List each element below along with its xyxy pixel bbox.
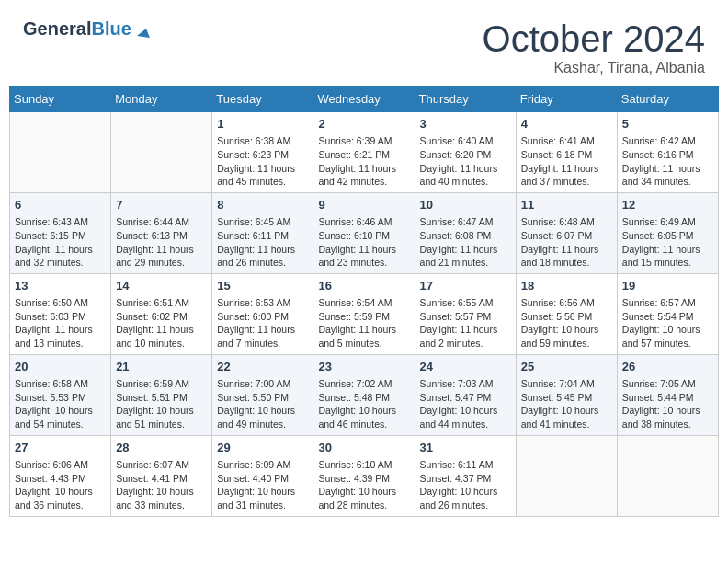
calendar-week-row: 1Sunrise: 6:38 AMSunset: 6:23 PMDaylight… (10, 112, 719, 193)
day-number: 4 (521, 116, 612, 132)
day-number: 10 (420, 197, 511, 213)
day-info: Sunrise: 6:58 AMSunset: 5:53 PMDaylight:… (15, 377, 106, 431)
day-info: Sunrise: 6:43 AMSunset: 6:15 PMDaylight:… (15, 215, 106, 270)
calendar-day: 21Sunrise: 6:59 AMSunset: 5:51 PMDayligh… (111, 354, 212, 435)
weekday-sunday: Sunday (10, 86, 111, 112)
calendar-week-row: 13Sunrise: 6:50 AMSunset: 6:03 PMDayligh… (10, 273, 719, 354)
month-title: October 2024 (483, 18, 705, 60)
calendar-day: 26Sunrise: 7:05 AMSunset: 5:44 PMDayligh… (617, 354, 718, 435)
calendar-day: 16Sunrise: 6:54 AMSunset: 5:59 PMDayligh… (313, 273, 415, 354)
weekday-friday: Friday (516, 86, 617, 112)
day-number: 11 (521, 197, 612, 213)
calendar-day: 19Sunrise: 6:57 AMSunset: 5:54 PMDayligh… (617, 273, 718, 354)
calendar-day: 25Sunrise: 7:04 AMSunset: 5:45 PMDayligh… (516, 354, 617, 435)
day-info: Sunrise: 6:41 AMSunset: 6:18 PMDaylight:… (521, 134, 612, 189)
day-number: 28 (116, 440, 207, 456)
day-info: Sunrise: 6:59 AMSunset: 5:51 PMDaylight:… (116, 377, 207, 431)
calendar-day (111, 112, 212, 193)
day-number: 22 (217, 359, 308, 375)
calendar-day: 10Sunrise: 6:47 AMSunset: 6:08 PMDayligh… (415, 192, 516, 273)
calendar-day: 17Sunrise: 6:55 AMSunset: 5:57 PMDayligh… (415, 273, 516, 354)
calendar-day: 12Sunrise: 6:49 AMSunset: 6:05 PMDayligh… (617, 192, 718, 273)
logo-general-text: General (23, 18, 91, 40)
calendar-day: 2Sunrise: 6:39 AMSunset: 6:21 PMDaylight… (313, 112, 415, 193)
location-title: Kashar, Tirana, Albania (483, 60, 705, 76)
weekday-wednesday: Wednesday (313, 86, 415, 112)
calendar-day (516, 435, 617, 516)
day-number: 7 (116, 197, 207, 213)
day-number: 24 (420, 359, 511, 375)
calendar-day: 8Sunrise: 6:45 AMSunset: 6:11 PMDaylight… (212, 192, 313, 273)
day-info: Sunrise: 6:47 AMSunset: 6:08 PMDaylight:… (420, 215, 511, 270)
calendar-week-row: 6Sunrise: 6:43 AMSunset: 6:15 PMDaylight… (10, 192, 719, 273)
calendar-day: 9Sunrise: 6:46 AMSunset: 6:10 PMDaylight… (313, 192, 415, 273)
calendar-day: 5Sunrise: 6:42 AMSunset: 6:16 PMDaylight… (617, 112, 718, 193)
day-info: Sunrise: 6:51 AMSunset: 6:02 PMDaylight:… (116, 296, 207, 350)
calendar-day (617, 435, 718, 516)
day-number: 8 (217, 197, 308, 213)
day-number: 15 (217, 278, 308, 294)
weekday-thursday: Thursday (415, 86, 516, 112)
day-info: Sunrise: 6:39 AMSunset: 6:21 PMDaylight:… (318, 134, 409, 189)
calendar-day: 13Sunrise: 6:50 AMSunset: 6:03 PMDayligh… (10, 273, 111, 354)
weekday-tuesday: Tuesday (212, 86, 313, 112)
calendar-day: 14Sunrise: 6:51 AMSunset: 6:02 PMDayligh… (111, 273, 212, 354)
day-info: Sunrise: 6:46 AMSunset: 6:10 PMDaylight:… (318, 215, 409, 270)
day-info: Sunrise: 7:00 AMSunset: 5:50 PMDaylight:… (217, 377, 308, 431)
day-number: 2 (318, 116, 409, 132)
day-number: 9 (318, 197, 409, 213)
calendar-day: 4Sunrise: 6:41 AMSunset: 6:18 PMDaylight… (516, 112, 617, 193)
calendar-day: 20Sunrise: 6:58 AMSunset: 5:53 PMDayligh… (10, 354, 111, 435)
day-info: Sunrise: 6:10 AMSunset: 4:39 PMDaylight:… (318, 458, 409, 512)
day-info: Sunrise: 7:05 AMSunset: 5:44 PMDaylight:… (622, 377, 713, 431)
day-number: 18 (521, 278, 612, 294)
calendar-day: 3Sunrise: 6:40 AMSunset: 6:20 PMDaylight… (415, 112, 516, 193)
title-block: October 2024 Kashar, Tirana, Albania (483, 18, 705, 76)
day-number: 3 (420, 116, 511, 132)
day-number: 6 (15, 197, 106, 213)
day-info: Sunrise: 6:55 AMSunset: 5:57 PMDaylight:… (420, 296, 511, 350)
calendar-week-row: 27Sunrise: 6:06 AMSunset: 4:43 PMDayligh… (10, 435, 719, 516)
day-info: Sunrise: 6:42 AMSunset: 6:16 PMDaylight:… (622, 134, 713, 189)
day-info: Sunrise: 6:40 AMSunset: 6:20 PMDaylight:… (420, 134, 511, 189)
day-info: Sunrise: 6:57 AMSunset: 5:54 PMDaylight:… (622, 296, 713, 350)
day-info: Sunrise: 6:49 AMSunset: 6:05 PMDaylight:… (622, 215, 713, 270)
calendar-table: SundayMondayTuesdayWednesdayThursdayFrid… (9, 86, 719, 517)
calendar-day: 27Sunrise: 6:06 AMSunset: 4:43 PMDayligh… (10, 435, 111, 516)
calendar-day: 29Sunrise: 6:09 AMSunset: 4:40 PMDayligh… (212, 435, 313, 516)
logo: General Blue (23, 18, 150, 40)
day-number: 12 (622, 197, 713, 213)
calendar-day: 23Sunrise: 7:02 AMSunset: 5:48 PMDayligh… (313, 354, 415, 435)
day-info: Sunrise: 6:54 AMSunset: 5:59 PMDaylight:… (318, 296, 409, 350)
day-info: Sunrise: 6:45 AMSunset: 6:11 PMDaylight:… (217, 215, 308, 270)
logo-blue-text: Blue (91, 18, 149, 40)
calendar-day: 15Sunrise: 6:53 AMSunset: 6:00 PMDayligh… (212, 273, 313, 354)
calendar-day: 6Sunrise: 6:43 AMSunset: 6:15 PMDaylight… (10, 192, 111, 273)
weekday-saturday: Saturday (617, 86, 718, 112)
day-number: 20 (15, 359, 106, 375)
day-info: Sunrise: 6:09 AMSunset: 4:40 PMDaylight:… (217, 458, 308, 512)
calendar-day: 11Sunrise: 6:48 AMSunset: 6:07 PMDayligh… (516, 192, 617, 273)
day-number: 16 (318, 278, 409, 294)
calendar-day: 30Sunrise: 6:10 AMSunset: 4:39 PMDayligh… (313, 435, 415, 516)
day-number: 23 (318, 359, 409, 375)
day-number: 14 (116, 278, 207, 294)
calendar-day (10, 112, 111, 193)
calendar-day: 18Sunrise: 6:56 AMSunset: 5:56 PMDayligh… (516, 273, 617, 354)
calendar-day: 31Sunrise: 6:11 AMSunset: 4:37 PMDayligh… (415, 435, 516, 516)
day-number: 30 (318, 440, 409, 456)
day-number: 26 (622, 359, 713, 375)
day-number: 31 (420, 440, 511, 456)
day-number: 1 (217, 116, 308, 132)
calendar-week-row: 20Sunrise: 6:58 AMSunset: 5:53 PMDayligh… (10, 354, 719, 435)
day-info: Sunrise: 6:07 AMSunset: 4:41 PMDaylight:… (116, 458, 207, 512)
day-info: Sunrise: 6:38 AMSunset: 6:23 PMDaylight:… (217, 134, 308, 189)
calendar-day: 28Sunrise: 6:07 AMSunset: 4:41 PMDayligh… (111, 435, 212, 516)
calendar-day: 22Sunrise: 7:00 AMSunset: 5:50 PMDayligh… (212, 354, 313, 435)
day-number: 19 (622, 278, 713, 294)
day-info: Sunrise: 7:04 AMSunset: 5:45 PMDaylight:… (521, 377, 612, 431)
day-number: 25 (521, 359, 612, 375)
weekday-header-row: SundayMondayTuesdayWednesdayThursdayFrid… (10, 86, 719, 112)
day-info: Sunrise: 6:48 AMSunset: 6:07 PMDaylight:… (521, 215, 612, 270)
day-number: 13 (15, 278, 106, 294)
